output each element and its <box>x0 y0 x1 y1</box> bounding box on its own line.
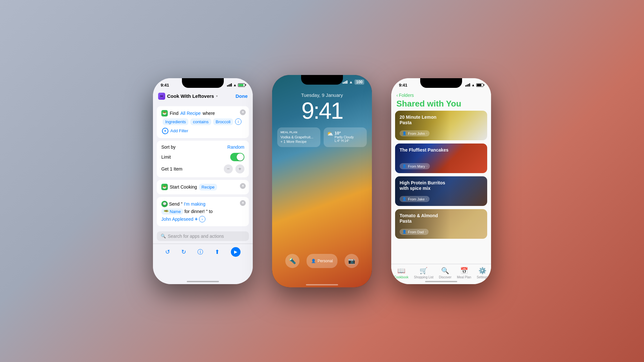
send-plus-btn[interactable]: + <box>195 216 198 222</box>
lock-wifi-icon: ▲ <box>349 80 353 84</box>
add-filter-icon[interactable]: + <box>162 128 168 134</box>
notch-left <box>182 78 224 88</box>
quote-close: " <box>206 209 208 214</box>
notch-right <box>420 78 462 88</box>
back-chevron-icon: ‹ <box>396 93 398 98</box>
person-icon-john: 👤 <box>402 131 407 135</box>
send-icon: 💬 <box>161 201 168 207</box>
cookbook-label: Cookbook <box>394 275 408 279</box>
meal-plan-icon: 📅 <box>460 267 468 274</box>
all-recipe-label[interactable]: All Recipe <box>180 111 201 116</box>
recipe-header: ‹ Folders Shared with You <box>391 89 491 111</box>
start-cooking-block: ✕ 🥗 Start Cooking Recipe <box>157 180 249 194</box>
recipe-wifi-icon: ▲ <box>471 83 475 87</box>
shortcut-title: Cook With Leftovers <box>167 93 214 99</box>
shortcuts-title-row[interactable]: ✂ Cook With Leftovers ▾ <box>158 93 218 100</box>
from-chip-pancakes[interactable]: 👤 From Mary › <box>400 163 483 169</box>
undo-button[interactable]: ↺ <box>165 248 170 255</box>
send-row: 💬 Send " I'm making <box>161 201 244 207</box>
get-item-label: Get 1 Item <box>161 166 182 172</box>
send-info-icon[interactable]: › <box>199 216 205 222</box>
stepper-plus-button[interactable]: + <box>235 164 244 173</box>
stepper: − + <box>224 164 244 173</box>
discover-icon: 🔍 <box>441 267 449 274</box>
filter-row: Ingredients contains Broccoli i <box>161 118 244 125</box>
battery-fill <box>239 84 243 86</box>
ingredients-chip[interactable]: Ingredients <box>163 118 188 125</box>
person-icon-jake: 👤 <box>402 197 407 201</box>
from-chip-lemon-pasta[interactable]: 👤 From John › <box>400 130 483 136</box>
recipient-label[interactable]: John Appleseed <box>161 217 194 222</box>
recipe-title-tomato-pasta: Tomato & Almond Pasta <box>400 213 450 224</box>
search-input[interactable]: Search for apps and actions <box>168 234 224 239</box>
stepper-minus-button[interactable]: − <box>224 164 233 173</box>
recipe-card-burritos[interactable]: High Protein Burritos with spice mix 👤 F… <box>395 176 487 206</box>
from-chip-dad[interactable]: 👤 From Dad › <box>400 229 483 235</box>
search-icon: 🔍 <box>161 234 166 238</box>
recipe-title-lemon-pasta: 20 Minute Lemon Pasta <box>400 115 450 125</box>
signal-icon <box>227 83 232 87</box>
search-bar[interactable]: 🔍 Search for apps and actions <box>157 231 249 241</box>
weather-widget[interactable]: ⛅ 10° Partly Cloudy L:4° H:14° <box>324 127 367 147</box>
info-button[interactable]: ⓘ <box>197 248 203 256</box>
recipe-list: 20 Minute Lemon Pasta 👤 From John › <box>391 111 491 239</box>
limit-toggle[interactable] <box>230 153 244 161</box>
share-button[interactable]: ⬆ <box>215 248 220 255</box>
add-filter-row[interactable]: + Add Filter <box>161 128 244 134</box>
add-filter-label[interactable]: Add Filter <box>170 128 188 133</box>
nav-meal-plan[interactable]: 📅 Meal Plan <box>457 267 471 279</box>
from-mary-label: From Mary <box>408 164 425 168</box>
nav-cookbook[interactable]: 📖 Cookbook <box>394 267 408 279</box>
card-overlay-tomato-pasta: Tomato & Almond Pasta 👤 From Dad › <box>395 209 487 239</box>
from-badge-dad: 👤 From Dad › <box>400 229 429 235</box>
shortcuts-content: ✕ 🥗 Find All Recipe where Ingredients co… <box>153 104 253 229</box>
meal-line-1: Vodka & Grapefruit... <box>280 135 317 139</box>
recipe-card-lemon-pasta[interactable]: 20 Minute Lemon Pasta 👤 From John › <box>395 111 487 140</box>
weather-content: ⛅ 10° Partly Cloudy L:4° H:14° <box>327 131 364 143</box>
from-chevron-dad: › <box>425 230 426 233</box>
card-overlay-burritos: High Protein Burritos with spice mix 👤 F… <box>395 176 487 206</box>
from-chevron-mary: › <box>426 165 427 168</box>
quote-open: " <box>181 201 183 207</box>
temp-label: 10° <box>335 131 354 135</box>
recipe-chip[interactable]: Recipe <box>199 184 217 190</box>
recipe-card-tomato-pasta[interactable]: Tomato & Almond Pasta 👤 From Dad › <box>395 209 487 239</box>
from-badge-mary: 👤 From Mary › <box>400 163 430 169</box>
camera-button[interactable]: 📷 <box>345 254 359 268</box>
name-chip[interactable]: 🥗 Name <box>161 209 183 215</box>
shortcut-icon: ✂ <box>160 94 163 98</box>
get-item-row: Get 1 Item − + <box>161 164 244 173</box>
contains-chip[interactable]: contains <box>190 118 211 125</box>
redo-button[interactable]: ↻ <box>181 248 186 255</box>
start-cooking-close[interactable]: ✕ <box>240 183 246 189</box>
flashlight-button[interactable]: 🔦 <box>285 254 299 268</box>
nav-settings[interactable]: ⚙️ Settings <box>477 267 488 279</box>
home-indicator-right <box>425 281 457 282</box>
sort-value[interactable]: Random <box>227 144 244 150</box>
play-button[interactable]: ▶ <box>231 247 241 257</box>
find-label: Find <box>170 111 178 116</box>
personal-button[interactable]: 👤 Personal <box>307 254 337 268</box>
send-block-close[interactable]: ✕ <box>240 200 246 206</box>
circle-info-icon[interactable]: i <box>235 118 242 125</box>
find-block-close[interactable]: ✕ <box>240 109 246 115</box>
weather-icon: ⛅ <box>327 131 333 137</box>
shortcuts-header: ✂ Cook With Leftovers ▾ Done <box>153 89 253 104</box>
meal-plan-widget[interactable]: Meal Plan Vodka & Grapefruit... + 1 More… <box>277 127 320 147</box>
sort-label: Sort by <box>161 144 175 150</box>
broccoli-chip[interactable]: Broccoli <box>213 118 233 125</box>
recipe-title-burritos: High Protein Burritos with spice mix <box>400 180 450 191</box>
discover-label: Discover <box>439 275 451 279</box>
from-chevron-icon: › <box>426 132 427 135</box>
phone-shortcuts: 9:41 ▲ <box>153 78 253 284</box>
from-badge-jake: 👤 From Jake › <box>400 196 430 202</box>
done-button[interactable]: Done <box>236 93 248 99</box>
back-folders-button[interactable]: ‹ Folders <box>396 93 486 98</box>
wifi-icon: ▲ <box>233 83 237 87</box>
lock-time: 9:41 <box>272 99 372 122</box>
chevron-down-icon: ▾ <box>216 94 218 98</box>
nav-discover[interactable]: 🔍 Discover <box>439 267 451 279</box>
nav-shopping-list[interactable]: 🛒 Shopping List <box>414 267 433 279</box>
from-chip-burritos[interactable]: 👤 From Jake › <box>400 196 483 202</box>
recipe-card-pancakes[interactable]: The Fluffiest Pancakes 👤 From Mary › <box>395 144 487 173</box>
